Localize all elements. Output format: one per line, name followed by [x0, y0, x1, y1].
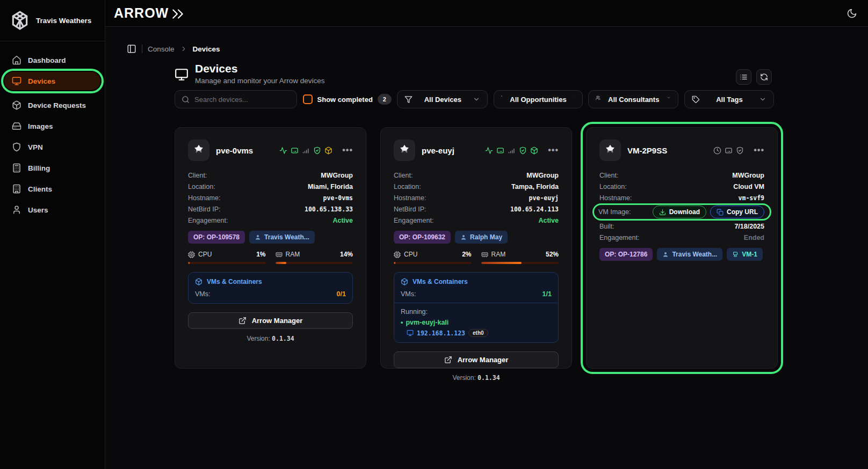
field-value: vm-svf9	[739, 194, 764, 202]
sidebar-item-dashboard[interactable]: Dashboard	[4, 51, 100, 69]
double-chevron-icon	[171, 7, 185, 20]
copy-url-button[interactable]: Copy URL	[710, 206, 764, 218]
consultant-badge[interactable]: Ralph May	[455, 231, 508, 244]
ram-label: RAM	[286, 251, 300, 258]
detail-row: Engagement:Active	[188, 215, 353, 226]
ram-icon	[481, 251, 488, 258]
download-button[interactable]: Download	[653, 206, 706, 218]
vm-badge[interactable]: VM-1	[727, 248, 763, 261]
search-input[interactable]	[194, 96, 290, 104]
breadcrumb-divider	[142, 45, 142, 53]
show-completed-checkbox[interactable]	[303, 94, 313, 104]
card-menu-button[interactable]: •••	[754, 145, 764, 155]
list-icon	[740, 73, 748, 81]
sidebar-item-vpn[interactable]: VPN	[4, 138, 100, 156]
consultant-badge[interactable]: Travis Weath...	[657, 248, 722, 261]
device-filter-dropdown[interactable]: All Devices	[397, 90, 488, 108]
sidebar-item-label: Dashboard	[28, 56, 66, 64]
field-value: MWGroup	[732, 172, 764, 179]
version-text: Version: 0.1.34	[188, 335, 353, 342]
opportunity-badge[interactable]: OP: OP-12786	[599, 248, 653, 261]
sidebar-item-device-requests[interactable]: Device Requests	[4, 96, 100, 114]
activity-icon	[485, 146, 493, 155]
card-menu-button[interactable]: •••	[342, 145, 353, 155]
box-icon	[401, 278, 408, 285]
cpu-label: CPU	[198, 251, 212, 258]
field-label: Engagement:	[394, 217, 433, 224]
chevron-right-icon	[180, 45, 187, 53]
arrow-manager-button[interactable]: Arrow Manager	[394, 351, 559, 368]
shield-icon	[12, 142, 21, 152]
cpu-value: 1%	[256, 251, 265, 258]
vm-image-label: VM Image:	[598, 208, 631, 216]
sidebar-item-images[interactable]: Images	[4, 117, 100, 135]
vms-count: 0/1	[337, 290, 346, 298]
engagement-status: Active	[332, 217, 353, 224]
sidebar-user[interactable]: Travis Weathers	[0, 0, 105, 41]
detail-row: Location:Cloud VM	[599, 181, 764, 192]
detail-row: NetBird IP:100.65.24.113	[394, 203, 559, 215]
topbar: ARROW	[105, 0, 868, 27]
page-subtitle: Manage and monitor your Arrow devices	[195, 77, 325, 85]
opportunity-badge[interactable]: OP: OP-109578	[188, 231, 245, 244]
chevron-down-icon	[574, 96, 575, 103]
sidebar-item-users[interactable]: Users	[4, 201, 100, 219]
consultant-badge-label: Travis Weath...	[264, 233, 309, 241]
vm-image-row: VM Image: Download Copy URL	[594, 205, 770, 219]
card-header: pve-euyj •••	[394, 138, 559, 162]
vms-count: 1/1	[542, 290, 552, 298]
building-icon	[12, 184, 21, 194]
ram-bar-fill	[276, 262, 286, 264]
sidebar-item-label: Clients	[28, 185, 52, 193]
arrow-manager-button[interactable]: Arrow Manager	[188, 312, 353, 329]
field-label: Engagement:	[188, 217, 228, 224]
sidebar: Travis Weathers Dashboard Devices Device…	[0, 0, 105, 469]
device-card-pve-0vms: pve-0vms ••• Client:MWGroup Location:Mia…	[175, 127, 366, 369]
consultant-filter-dropdown[interactable]: All Consultants	[588, 90, 678, 108]
status-icons	[279, 146, 332, 155]
refresh-button[interactable]	[756, 69, 772, 85]
running-label: Running:	[401, 308, 552, 316]
monitor-icon	[175, 68, 189, 82]
cpu-bar-fill	[188, 262, 190, 264]
sidebar-toggle-icon[interactable]	[127, 44, 136, 54]
badges: OP: OP-109578 Travis Weath...	[188, 231, 353, 244]
show-completed-toggle[interactable]: Show completed 2	[303, 94, 392, 105]
ram-value: 52%	[546, 251, 559, 258]
field-label: Hostname:	[394, 194, 426, 202]
refresh-icon	[760, 73, 768, 81]
breadcrumb-console[interactable]: Console	[148, 45, 175, 53]
card-menu-button[interactable]: •••	[548, 145, 559, 155]
detail-row: Hostname:pve-euyj	[394, 192, 559, 203]
chevron-down-icon	[759, 96, 766, 103]
tag-filter-dropdown[interactable]: All Tags	[684, 90, 774, 108]
tag-filter-label: All Tags	[716, 96, 743, 104]
console-icon	[725, 146, 733, 155]
list-view-button[interactable]	[736, 69, 751, 85]
users-icon	[596, 96, 601, 104]
sidebar-item-billing[interactable]: Billing	[4, 159, 100, 177]
sidebar-item-clients[interactable]: Clients	[4, 180, 100, 198]
field-label: Client:	[188, 172, 207, 179]
funnel-icon	[404, 96, 413, 104]
moon-icon[interactable]	[847, 8, 857, 19]
device-card-vm-2p9ss: VM-2P9SS ••• Client:MWGroup Location:Clo…	[586, 127, 778, 369]
sidebar-item-label: Devices	[28, 77, 55, 85]
device-filter-label: All Devices	[424, 96, 461, 104]
field-label: Location:	[188, 183, 215, 190]
sidebar-item-devices[interactable]: Devices	[4, 72, 100, 90]
consultant-badge[interactable]: Travis Weath...	[249, 231, 315, 244]
user-icon	[662, 251, 669, 258]
monitor-icon	[12, 76, 21, 86]
signal-bars-icon	[302, 146, 310, 155]
opportunity-filter-dropdown[interactable]: All Opportunities	[494, 90, 583, 108]
field-value: pve-0vms	[323, 194, 353, 202]
cpu-meter: CPU 1%	[188, 251, 266, 264]
divider	[394, 303, 558, 303]
opportunity-badge[interactable]: OP: OP-109632	[394, 231, 451, 244]
shield-check-icon	[313, 146, 321, 155]
download-label: Download	[669, 208, 700, 216]
vms-label: VMs:	[195, 290, 210, 298]
monitor-icon	[407, 329, 414, 336]
user-name: Travis Weathers	[36, 17, 91, 25]
